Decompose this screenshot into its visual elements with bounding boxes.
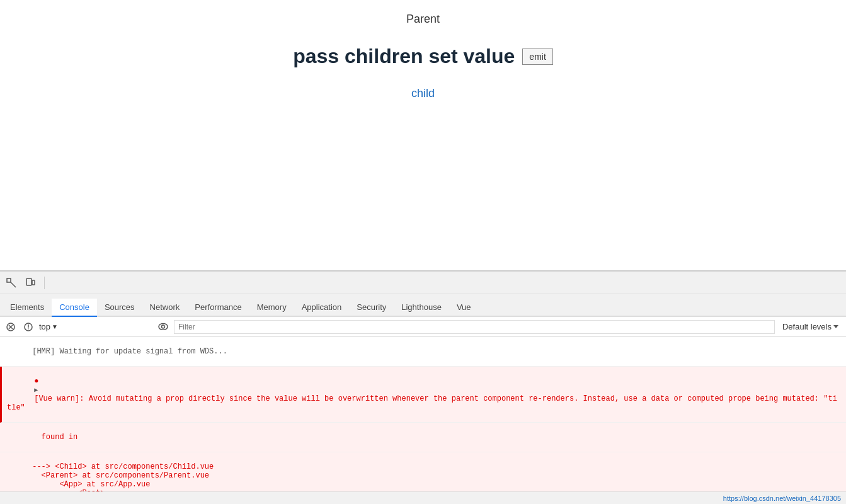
vue-warn-text: [Vue warn]: Avoid mutating a prop direct… [7,394,837,412]
devtools-icon-toolbar [0,272,846,294]
page-title: pass children set value [293,45,515,68]
found-in-text: found in [32,433,77,442]
levels-dropdown-arrow [833,325,838,328]
pause-on-exception-icon[interactable] [21,320,35,334]
tab-security[interactable]: Security [349,299,394,317]
context-selector[interactable]: top ▼ [39,322,152,331]
tab-elements[interactable]: Elements [3,299,52,317]
console-line-vue-warn: ● ▶ [Vue warn]: Avoid mutating a prop di… [0,367,846,423]
svg-point-9 [28,328,29,329]
devtools-tabs: Elements Console Sources Network Perform… [0,294,846,317]
devtools-panel: Elements Console Sources Network Perform… [0,271,846,504]
console-line-found-in: found in [0,423,846,452]
tab-lighthouse[interactable]: Lighthouse [394,299,449,317]
main-page-content: Parent pass children set value emit chil… [0,0,846,271]
status-bar: https://blog.csdn.net/weixin_44178305 [0,491,846,504]
title-row: pass children set value emit [293,45,553,68]
svg-rect-3 [32,280,35,285]
status-url: https://blog.csdn.net/weixin_44178305 [723,495,841,502]
emit-button[interactable]: emit [522,49,552,65]
tab-sources[interactable]: Sources [97,299,142,317]
child-label: child [411,87,435,100]
live-expressions-icon[interactable] [156,320,170,334]
context-dropdown-arrow: ▼ [52,323,58,330]
console-filter-bar: top ▼ Default levels [0,317,846,337]
console-line-component-stack: ---> <Child> at src/components/Child.vue… [0,452,846,491]
parent-label: Parent [406,13,440,26]
clear-console-icon[interactable] [4,320,18,334]
console-line-hmr: [HMR] Waiting for update signal from WDS… [0,337,846,367]
tab-application[interactable]: Application [294,299,350,317]
svg-line-1 [11,282,16,287]
separator [44,277,45,289]
tab-console[interactable]: Console [52,299,97,317]
device-toolbar-icon[interactable] [23,275,38,290]
default-levels-button[interactable]: Default levels [779,321,842,333]
context-value: top [39,322,50,331]
error-icon: ● [34,377,38,386]
tab-memory[interactable]: Memory [249,299,294,317]
console-output: [HMR] Waiting for update signal from WDS… [0,337,846,491]
hmr-text: [HMR] Waiting for update signal from WDS… [32,347,227,356]
filter-input[interactable] [174,320,775,334]
component-stack-text: ---> <Child> at src/components/Child.vue… [5,462,214,491]
default-levels-label: Default levels [782,322,832,331]
svg-point-10 [159,324,168,330]
tab-performance[interactable]: Performance [187,299,249,317]
tab-vue[interactable]: Vue [449,299,479,317]
tab-network[interactable]: Network [142,299,188,317]
expand-icon[interactable]: ▶ [34,387,38,394]
svg-rect-2 [26,278,31,285]
svg-point-11 [162,325,165,328]
inspect-element-icon[interactable] [4,275,19,290]
svg-rect-0 [7,278,11,282]
